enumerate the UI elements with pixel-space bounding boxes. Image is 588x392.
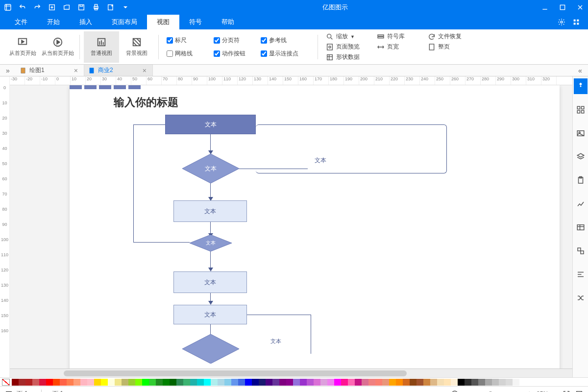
color-swatch[interactable]: [362, 379, 368, 386]
color-swatch[interactable]: [80, 379, 87, 386]
actionbtn-checkbox[interactable]: 动作按钮: [214, 49, 258, 58]
start-shape[interactable]: 文本: [165, 115, 256, 134]
doc-tab-1-close-icon[interactable]: ×: [72, 67, 80, 74]
horizontal-scrollbar[interactable]: [10, 368, 572, 377]
color-swatch[interactable]: [115, 379, 122, 386]
redo-icon[interactable]: [33, 3, 41, 11]
menu-home[interactable]: 开始: [37, 15, 70, 29]
print-icon[interactable]: [92, 3, 100, 11]
grid-panel-icon[interactable]: [574, 102, 588, 118]
color-swatch[interactable]: [245, 379, 252, 386]
no-color-swatch[interactable]: [2, 379, 10, 386]
color-swatch[interactable]: [410, 379, 416, 386]
chart-panel-icon[interactable]: [574, 196, 588, 212]
color-swatch[interactable]: [334, 379, 341, 386]
page-select[interactable]: 页-1: [17, 390, 28, 392]
qat-dropdown-icon[interactable]: [122, 3, 129, 11]
image-panel-icon[interactable]: [574, 125, 588, 141]
process-3-shape[interactable]: 文本: [173, 305, 247, 324]
label-2[interactable]: 文本: [270, 338, 281, 345]
open-icon[interactable]: [63, 3, 71, 11]
color-swatch[interactable]: [272, 379, 279, 386]
label-1[interactable]: 文本: [315, 156, 326, 165]
color-swatch[interactable]: [279, 379, 286, 386]
present-from-current-button[interactable]: 从当前页开始: [40, 31, 75, 63]
color-swatch[interactable]: [19, 379, 25, 386]
color-swatch[interactable]: [375, 379, 382, 386]
pagebreak-checkbox[interactable]: 分页符: [214, 36, 258, 45]
color-swatch[interactable]: [163, 379, 170, 386]
color-swatch[interactable]: [348, 379, 355, 386]
undo-icon[interactable]: [19, 3, 26, 11]
color-swatch[interactable]: [519, 379, 526, 386]
fit-page-icon[interactable]: [563, 390, 570, 392]
color-swatch[interactable]: [513, 379, 519, 386]
add-page-icon[interactable]: +: [67, 391, 71, 392]
color-swatch[interactable]: [149, 379, 156, 386]
color-swatch[interactable]: [444, 379, 451, 386]
color-swatch[interactable]: [142, 379, 149, 386]
connpoints-checkbox[interactable]: 显示连接点: [261, 49, 310, 58]
process-1-shape[interactable]: 文本: [173, 200, 247, 222]
color-swatch[interactable]: [416, 379, 423, 386]
color-swatch[interactable]: [211, 379, 218, 386]
color-swatch[interactable]: [39, 379, 46, 386]
presentation-mode-icon[interactable]: [451, 390, 459, 392]
grid-checkbox[interactable]: 网格线: [167, 49, 211, 58]
menu-help[interactable]: 帮助: [212, 15, 244, 29]
zoom-value[interactable]: 85%: [537, 391, 548, 392]
page-width-button[interactable]: 页宽: [377, 43, 421, 51]
background-view-button[interactable]: 背景视图: [119, 31, 154, 63]
menu-symbol[interactable]: 符号: [179, 15, 212, 29]
file-recover-button[interactable]: 文件恢复: [428, 32, 472, 41]
page-preview-button[interactable]: 页面预览: [326, 43, 370, 51]
color-swatch[interactable]: [389, 379, 396, 386]
process-2-shape[interactable]: 文本: [173, 271, 247, 293]
menu-file[interactable]: 文件: [5, 15, 37, 29]
color-swatch[interactable]: [231, 379, 238, 386]
color-swatch[interactable]: [67, 379, 74, 386]
color-swatch[interactable]: [135, 379, 142, 386]
menu-page-layout[interactable]: 页面布局: [102, 15, 147, 29]
menu-view[interactable]: 视图: [147, 15, 179, 29]
color-swatch[interactable]: [465, 379, 471, 386]
canvas[interactable]: 输入你的标题 文本 文本 文本 文本: [10, 85, 572, 368]
shape-data-button[interactable]: 形状数据: [326, 53, 370, 61]
color-swatch[interactable]: [307, 379, 314, 386]
align-panel-icon[interactable]: [574, 267, 588, 282]
color-swatch[interactable]: [122, 379, 128, 386]
color-swatch[interactable]: [156, 379, 163, 386]
close-icon[interactable]: [576, 3, 584, 11]
color-swatch[interactable]: [355, 379, 362, 386]
color-swatch[interactable]: [341, 379, 348, 386]
expand-left-panel-icon[interactable]: »: [0, 65, 16, 76]
color-swatch[interactable]: [197, 379, 204, 386]
color-swatch[interactable]: [423, 379, 430, 386]
page[interactable]: 输入你的标题 文本 文本 文本 文本: [70, 85, 560, 368]
decision-3-shape[interactable]: [182, 334, 239, 364]
color-swatch[interactable]: [60, 379, 67, 386]
theme-panel-icon[interactable]: [574, 78, 588, 94]
data-panel-icon[interactable]: [574, 243, 588, 259]
color-swatch[interactable]: [320, 379, 327, 386]
zoom-in-icon[interactable]: +: [527, 390, 532, 392]
doc-tab-2[interactable]: 商业2 ×: [84, 65, 153, 76]
color-swatch[interactable]: [176, 379, 183, 386]
color-swatch[interactable]: [46, 379, 53, 386]
color-swatch[interactable]: [224, 379, 231, 386]
color-swatch[interactable]: [252, 379, 259, 386]
ruler-checkbox[interactable]: 标尺: [167, 36, 211, 45]
color-swatch[interactable]: [238, 379, 245, 386]
color-swatch[interactable]: [485, 379, 492, 386]
shuffle-panel-icon[interactable]: [574, 290, 588, 306]
color-swatch[interactable]: [382, 379, 389, 386]
color-swatch[interactable]: [108, 379, 115, 386]
color-swatch[interactable]: [430, 379, 437, 386]
fullscreen-icon[interactable]: [575, 390, 583, 392]
color-swatch[interactable]: [266, 379, 272, 386]
color-swatch[interactable]: [32, 379, 39, 386]
export-icon[interactable]: [107, 3, 115, 11]
color-swatch[interactable]: [74, 379, 80, 386]
zoom-button[interactable]: 缩放▼: [326, 32, 370, 41]
present-from-first-button[interactable]: 从首页开始: [5, 31, 40, 63]
